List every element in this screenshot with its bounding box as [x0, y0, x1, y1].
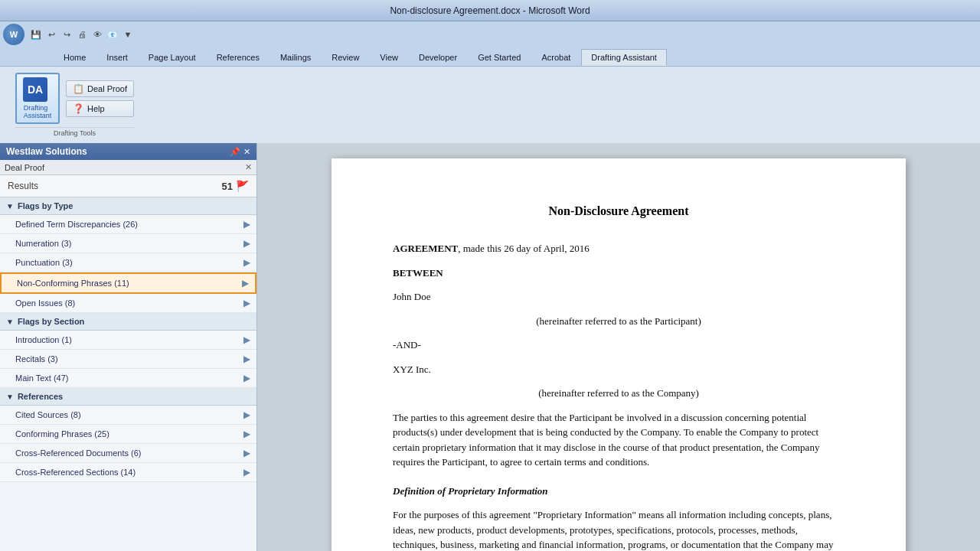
- item-cross-referenced-sections[interactable]: Cross-Referenced Sections (14) ▶: [0, 463, 256, 482]
- party2-role: (hereinafter referred to as the Company): [393, 386, 844, 401]
- agreement-bold: AGREEMENT: [393, 243, 458, 254]
- tab-acrobat[interactable]: Acrobat: [531, 49, 580, 66]
- collapse-icon-section: ▼: [6, 318, 14, 326]
- document-area[interactable]: Non-Disclosure Agreement AGREEMENT, made…: [257, 143, 980, 551]
- party1-role: (hereinafter referred to as the Particip…: [393, 314, 844, 329]
- references-header[interactable]: ▼ References: [0, 388, 256, 406]
- item-open-issues[interactable]: Open Issues (8) ▶: [0, 294, 256, 313]
- open-issues-arrow: ▶: [243, 298, 250, 308]
- cross-referenced-sections-label: Cross-Referenced Sections (14): [15, 468, 243, 477]
- cross-referenced-docs-label: Cross-Referenced Documents (6): [15, 448, 243, 458]
- qat-redo[interactable]: ↪: [60, 28, 74, 41]
- defined-term-arrow: ▶: [243, 219, 250, 230]
- numeration-arrow: ▶: [243, 238, 250, 249]
- agreement-line: AGREEMENT, made this 26 day of April, 20…: [393, 241, 844, 256]
- qat-section: W 💾 ↩ ↪ 🖨 👁 📧 ▼: [0, 24, 138, 45]
- flags-by-section-header[interactable]: ▼ Flags by Section: [0, 313, 256, 331]
- help-button[interactable]: ❓ Help: [66, 100, 134, 117]
- deal-proof-close-button[interactable]: ✕: [245, 162, 252, 172]
- main-layout: Westlaw Solutions 📌 ✕ Deal Proof ✕ Resul…: [0, 143, 980, 551]
- conforming-phrases-label: Conforming Phrases (25): [15, 429, 243, 439]
- document-title: Non-Disclosure Agreement: [393, 204, 844, 218]
- document-body: AGREEMENT, made this 26 day of April, 20…: [393, 241, 844, 551]
- recitals-arrow: ▶: [243, 354, 250, 364]
- top-bar: W 💾 ↩ ↪ 🖨 👁 📧 ▼: [0, 21, 980, 47]
- ribbon-content: DA DraftingAssistant 📋 Deal Proof ❓ Help…: [0, 67, 980, 143]
- tab-references[interactable]: References: [207, 49, 270, 66]
- flags-by-section-label: Flags by Section: [18, 317, 84, 326]
- help-icon: ❓: [73, 103, 84, 114]
- cross-referenced-docs-arrow: ▶: [243, 448, 250, 458]
- qat-print[interactable]: 🖨: [75, 28, 89, 41]
- panel-pin-button[interactable]: 📌: [230, 147, 240, 157]
- qat-preview[interactable]: 👁: [90, 28, 104, 41]
- tab-mailings[interactable]: Mailings: [270, 49, 321, 66]
- tab-drafting-assistant[interactable]: Drafting Assistant: [581, 49, 667, 66]
- item-numeration[interactable]: Numeration (3) ▶: [0, 234, 256, 253]
- header-controls: 📌 ✕: [230, 147, 250, 157]
- tab-get-started[interactable]: Get Started: [468, 49, 531, 66]
- westlaw-header: Westlaw Solutions 📌 ✕: [0, 143, 256, 160]
- tab-insert[interactable]: Insert: [96, 49, 138, 66]
- results-bar: Results 51 🚩: [0, 175, 256, 197]
- section1-para: For the purposes of this agreement "Prop…: [393, 507, 844, 551]
- defined-term-label: Defined Term Discrepancies (26): [15, 220, 243, 229]
- drafting-assistant-button[interactable]: DA DraftingAssistant: [15, 73, 60, 124]
- item-defined-term-discrepancies[interactable]: Defined Term Discrepancies (26) ▶: [0, 215, 256, 234]
- main-text-label: Main Text (47): [15, 373, 243, 383]
- conforming-phrases-arrow: ▶: [243, 429, 250, 439]
- qat-email[interactable]: 📧: [106, 28, 119, 41]
- recitals-label: Recitals (3): [15, 354, 243, 364]
- title-bar: Non-disclosure Agreement.docx - Microsof…: [0, 0, 980, 21]
- item-introduction[interactable]: Introduction (1) ▶: [0, 331, 256, 350]
- results-count: 51 🚩: [222, 180, 249, 192]
- introduction-arrow: ▶: [243, 334, 250, 345]
- collapse-icon-type: ▼: [6, 202, 14, 210]
- item-recitals[interactable]: Recitals (3) ▶: [0, 350, 256, 369]
- flags-by-type-header[interactable]: ▼ Flags by Type: [0, 197, 256, 215]
- panel-close-button[interactable]: ✕: [243, 147, 250, 157]
- left-panel: Westlaw Solutions 📌 ✕ Deal Proof ✕ Resul…: [0, 143, 257, 551]
- non-conforming-label: Non-Conforming Phrases (11): [17, 279, 242, 288]
- group-label-drafting-tools: Drafting Tools: [15, 127, 134, 137]
- numeration-label: Numeration (3): [15, 239, 243, 248]
- tab-home[interactable]: Home: [54, 49, 96, 66]
- panel-content[interactable]: ▼ Flags by Type Defined Term Discrepanci…: [0, 197, 256, 551]
- deal-proof-button[interactable]: 📋 Deal Proof: [66, 80, 134, 97]
- deal-proof-icon: 📋: [73, 83, 84, 94]
- tab-view[interactable]: View: [370, 49, 408, 66]
- item-main-text[interactable]: Main Text (47) ▶: [0, 369, 256, 388]
- cited-sources-arrow: ▶: [243, 409, 250, 420]
- ribbon-group-drafting-tools: DA DraftingAssistant 📋 Deal Proof ❓ Help…: [6, 70, 143, 140]
- tab-page-layout[interactable]: Page Layout: [139, 49, 206, 66]
- flag-icon: 🚩: [236, 180, 249, 192]
- item-non-conforming-phrases[interactable]: Non-Conforming Phrases (11) ▶: [0, 272, 256, 294]
- qat-more[interactable]: ▼: [121, 28, 135, 41]
- deal-proof-title-bar: Deal Proof ✕: [0, 160, 256, 175]
- title-bar-text: Non-disclosure Agreement.docx - Microsof…: [390, 5, 590, 16]
- agreement-date: , made this 26 day of April, 2016: [458, 243, 590, 254]
- tab-review[interactable]: Review: [322, 49, 369, 66]
- office-orb[interactable]: W: [3, 24, 24, 45]
- tab-developer[interactable]: Developer: [409, 49, 467, 66]
- qat-save[interactable]: 💾: [29, 28, 43, 41]
- between-text: BETWEEN: [393, 266, 844, 281]
- document-page: Non-Disclosure Agreement AGREEMENT, made…: [332, 158, 906, 551]
- non-conforming-arrow: ▶: [242, 278, 249, 289]
- open-issues-label: Open Issues (8): [15, 298, 243, 308]
- item-punctuation[interactable]: Punctuation (3) ▶: [0, 253, 256, 272]
- da-logo-icon: DA: [23, 77, 47, 102]
- deal-proof-title: Deal Proof: [5, 163, 44, 172]
- party1-name: John Doe: [393, 289, 844, 305]
- and-text: -AND-: [393, 337, 844, 353]
- punctuation-label: Punctuation (3): [15, 258, 243, 267]
- party2-name: XYZ Inc.: [393, 362, 844, 377]
- collapse-icon-references: ▼: [6, 393, 14, 401]
- punctuation-arrow: ▶: [243, 257, 250, 268]
- flags-by-type-label: Flags by Type: [18, 201, 74, 210]
- item-cross-referenced-docs[interactable]: Cross-Referenced Documents (6) ▶: [0, 444, 256, 463]
- item-cited-sources[interactable]: Cited Sources (8) ▶: [0, 406, 256, 425]
- qat-undo[interactable]: ↩: [44, 28, 58, 41]
- item-conforming-phrases[interactable]: Conforming Phrases (25) ▶: [0, 425, 256, 444]
- references-label: References: [18, 392, 63, 401]
